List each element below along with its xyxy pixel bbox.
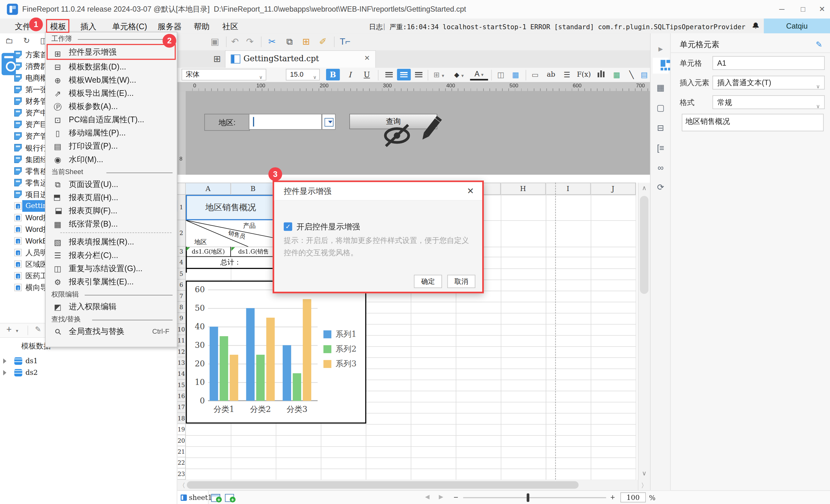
minimize-icon[interactable]: ─ bbox=[774, 3, 790, 15]
insert-text-icon[interactable]: ☰ bbox=[560, 69, 574, 81]
row-header-3[interactable]: 3 bbox=[177, 247, 186, 257]
row-header-14[interactable]: 14 bbox=[177, 369, 186, 380]
vertical-scrollbar[interactable]: ∧ ∨ 〉 bbox=[638, 183, 650, 490]
cell-attribute-panel-icon[interactable]: ▦ bbox=[655, 82, 666, 94]
column-header-J[interactable]: J bbox=[590, 183, 636, 195]
column-header-I[interactable]: I bbox=[546, 183, 590, 195]
scroll-right-icon[interactable]: 〉 bbox=[638, 481, 650, 491]
cell-element-icon[interactable]: ▤ bbox=[637, 69, 651, 81]
cell-a1-title[interactable]: 地区销售概况 bbox=[186, 195, 276, 220]
row-header-1[interactable]: 1 bbox=[177, 195, 186, 220]
dataset-item-ds1[interactable]: ds1 bbox=[0, 355, 177, 367]
menu-item-报表引擎属性(E)...[interactable]: ⚙报表引擎属性(E)... bbox=[45, 275, 177, 288]
region-param-dropdown-button[interactable] bbox=[322, 114, 336, 130]
bold-button[interactable]: B bbox=[326, 69, 340, 81]
row-header-16[interactable]: 16 bbox=[177, 390, 186, 402]
log-message[interactable]: 严重:16:04:34 localhost-startStop-1 ERROR … bbox=[389, 23, 745, 32]
menu-item-进入权限编辑[interactable]: ◩进入权限编辑 bbox=[45, 300, 177, 313]
add-dataset-icon[interactable]: + bbox=[6, 324, 12, 335]
menu-insert[interactable]: 插入 bbox=[78, 21, 98, 32]
hyperlink-panel-icon[interactable]: ∞ bbox=[655, 162, 666, 174]
collapse-panel-icon[interactable]: ▶ bbox=[655, 43, 666, 54]
align-center-icon[interactable] bbox=[397, 69, 411, 81]
row-header-8[interactable]: 8 bbox=[177, 302, 186, 313]
widget-panel-icon[interactable]: ⊟ bbox=[655, 122, 666, 134]
menu-cell[interactable]: 单元格(C) bbox=[110, 21, 149, 32]
scroll-down-icon[interactable]: ∨ bbox=[638, 470, 650, 477]
merge-cell-icon[interactable]: ◫ bbox=[494, 69, 508, 81]
scroll-left-icon[interactable]: 〈 bbox=[179, 481, 186, 491]
scroll-up-icon[interactable]: ∧ bbox=[638, 184, 650, 192]
zoom-value-input[interactable]: 100 bbox=[620, 492, 646, 502]
menu-item-控件显示增强[interactable]: ⊞控件显示增强 bbox=[45, 44, 177, 60]
align-left-icon[interactable] bbox=[382, 69, 396, 81]
menu-help[interactable]: 帮助 bbox=[192, 21, 212, 32]
border-select-icon[interactable]: ⊞ ▾ bbox=[430, 69, 448, 81]
dialog-close-icon[interactable]: ✕ bbox=[467, 186, 474, 196]
split-cell-icon[interactable]: ▦ bbox=[509, 69, 522, 81]
sheet-corner[interactable] bbox=[177, 183, 186, 195]
row-header-4[interactable]: 4 bbox=[177, 257, 186, 268]
zoom-slider-thumb[interactable] bbox=[527, 493, 529, 502]
font-size-select[interactable]: 15.0∨ bbox=[286, 69, 320, 81]
menu-item-移动端属性(P)...[interactable]: ▯移动端属性(P)... bbox=[45, 126, 177, 139]
row-header-22[interactable]: 22 bbox=[177, 458, 186, 469]
menu-item-PC端自适应属性(T)...[interactable]: ⊡PC端自适应属性(T)... bbox=[45, 113, 177, 126]
menu-server[interactable]: 服务器 bbox=[156, 21, 184, 32]
row-header-19[interactable]: 19 bbox=[177, 424, 186, 435]
vertical-scroll-thumb[interactable] bbox=[640, 196, 648, 294]
next-sheet-icon[interactable]: ▶ bbox=[439, 493, 443, 500]
cell-content-input[interactable]: 地区销售概况 bbox=[682, 114, 824, 131]
present-panel-icon[interactable]: ⟳ bbox=[655, 182, 666, 193]
row-header-23[interactable]: 23 bbox=[177, 469, 186, 479]
row-header-2[interactable]: 2 bbox=[177, 220, 186, 247]
dataset-item-ds2[interactable]: ds2 bbox=[0, 367, 177, 379]
menu-item-模板Web属性(W)...[interactable]: ⊕模板Web属性(W)... bbox=[45, 73, 177, 86]
row-header-11[interactable]: 11 bbox=[177, 335, 186, 346]
find-text-icon[interactable]: T⌐ bbox=[338, 35, 352, 48]
save-icon[interactable]: ▣ bbox=[208, 35, 222, 48]
row-header-20[interactable]: 20 bbox=[177, 435, 186, 446]
fill-color-icon[interactable]: ⬥ ▾ bbox=[450, 69, 468, 81]
menu-item-报表分栏(C)...[interactable]: ☰报表分栏(C)... bbox=[45, 248, 177, 261]
copy-icon[interactable]: ⧉ bbox=[283, 35, 296, 48]
menu-item-重复与冻结设置(G)...[interactable]: ◫重复与冻结设置(G)... bbox=[45, 261, 177, 275]
expander-icon[interactable] bbox=[3, 358, 9, 364]
region-param-input[interactable] bbox=[249, 114, 322, 130]
menu-item-打印设置(P)...[interactable]: ▤打印设置(P)... bbox=[45, 139, 177, 152]
log-label[interactable]: 日志 bbox=[369, 22, 383, 32]
row-header-6[interactable]: 6 bbox=[177, 280, 186, 291]
prev-sheet-icon[interactable]: ◀ bbox=[425, 493, 429, 500]
menu-item-模板数据集(D)...[interactable]: ⊟模板数据集(D)... bbox=[45, 60, 177, 73]
edit-pencil-icon[interactable]: ✎ bbox=[816, 40, 823, 49]
tab-close-icon[interactable]: ✕ bbox=[364, 54, 370, 62]
font-color-icon[interactable]: A ▾ bbox=[470, 69, 488, 81]
redo-icon[interactable]: ↷ bbox=[243, 35, 257, 48]
cell-element-panel-icon[interactable] bbox=[655, 60, 666, 71]
paste-icon[interactable]: ⊞ bbox=[299, 35, 313, 48]
menu-item-页面设置(U)...[interactable]: ⧉页面设置(U)... bbox=[45, 177, 177, 190]
menu-item-模板参数(A)...[interactable]: Ⓟ模板参数(A)... bbox=[45, 100, 177, 113]
edit-dataset-icon[interactable]: ✎ bbox=[35, 325, 41, 334]
row-header-12[interactable]: 12 bbox=[177, 346, 186, 357]
bar-chart[interactable]: 0102030405060 分类1分类2分类3 系列1系列2系列3 bbox=[186, 281, 366, 423]
notification-bell-icon[interactable]: 🔔︎ bbox=[752, 21, 760, 30]
user-account[interactable]: Catqiu bbox=[764, 19, 830, 33]
maximize-icon[interactable]: □ bbox=[795, 3, 811, 15]
add-dataset-caret-icon[interactable]: ▾ bbox=[16, 328, 19, 334]
cell-total[interactable]: 总计： bbox=[186, 257, 276, 268]
row-header-15[interactable]: 15 bbox=[177, 380, 186, 390]
insert-richtext-icon[interactable]: ab bbox=[544, 69, 558, 81]
style-panel-icon[interactable]: ▢ bbox=[655, 102, 666, 114]
menu-community[interactable]: 社区 bbox=[220, 21, 240, 32]
row-header-18[interactable]: 18 bbox=[177, 413, 186, 424]
row-header-5[interactable]: 5 bbox=[177, 268, 186, 279]
underline-button[interactable]: U bbox=[360, 69, 374, 81]
cut-icon[interactable]: ✂ bbox=[265, 35, 279, 48]
undo-icon[interactable]: ↶ bbox=[228, 35, 242, 48]
zoom-in-icon[interactable]: + bbox=[610, 492, 615, 502]
row-header-21[interactable]: 21 bbox=[177, 446, 186, 457]
row-header-9[interactable]: 9 bbox=[177, 313, 186, 324]
insert-widget-icon[interactable]: ▭ bbox=[529, 69, 542, 81]
insert-image-icon[interactable]: ▦ bbox=[610, 69, 624, 81]
